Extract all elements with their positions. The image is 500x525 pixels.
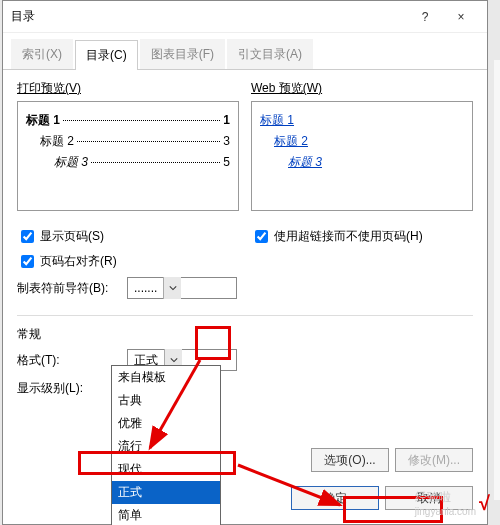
tab-cite[interactable]: 引文目录(A) bbox=[227, 39, 313, 69]
leader-combo[interactable]: ....... bbox=[127, 277, 237, 299]
opt-popular[interactable]: 流行 bbox=[112, 435, 220, 458]
web-preview-label: Web 预览(W) bbox=[251, 80, 473, 97]
opt-classic[interactable]: 古典 bbox=[112, 389, 220, 412]
general-title: 常规 bbox=[17, 326, 473, 343]
web-h1: 标题 1 bbox=[260, 113, 294, 127]
opt-formal[interactable]: 正式 bbox=[112, 481, 220, 504]
tab-index[interactable]: 索引(X) bbox=[11, 39, 73, 69]
align-right-checkbox[interactable]: 页码右对齐(R) bbox=[17, 252, 239, 271]
title-bar: 目录 ? × bbox=[3, 1, 487, 33]
help-button[interactable]: ? bbox=[407, 5, 443, 29]
web-h2: 标题 2 bbox=[274, 134, 308, 148]
dialog-title: 目录 bbox=[11, 8, 407, 25]
options-button[interactable]: 选项(O)... bbox=[311, 448, 389, 472]
tabs: 索引(X) 目录(C) 图表目录(F) 引文目录(A) bbox=[3, 33, 487, 70]
format-dropdown[interactable]: 来自模板 古典 优雅 流行 现代 正式 简单 bbox=[111, 365, 221, 525]
opt-elegant[interactable]: 优雅 bbox=[112, 412, 220, 435]
hyperlink-checkbox[interactable]: 使用超链接而不使用页码(H) bbox=[251, 227, 473, 246]
chevron-down-icon bbox=[163, 277, 181, 299]
modify-button[interactable]: 修改(M)... bbox=[395, 448, 473, 472]
watermark: 经验啦 jingyanla.com √ bbox=[415, 489, 490, 517]
print-preview: 标题 11 标题 23 标题 35 bbox=[17, 101, 239, 211]
web-preview: 标题 1 标题 2 标题 3 bbox=[251, 101, 473, 211]
toc-dialog: 目录 ? × 索引(X) 目录(C) 图表目录(F) 引文目录(A) 打印预览(… bbox=[2, 0, 488, 525]
tab-toc[interactable]: 目录(C) bbox=[75, 40, 138, 70]
close-button[interactable]: × bbox=[443, 5, 479, 29]
leader-label: 制表符前导符(B): bbox=[17, 280, 127, 297]
web-h3: 标题 3 bbox=[288, 155, 322, 169]
print-preview-label: 打印预览(V) bbox=[17, 80, 239, 97]
tab-fig[interactable]: 图表目录(F) bbox=[140, 39, 225, 69]
opt-template[interactable]: 来自模板 bbox=[112, 366, 220, 389]
show-page-checkbox[interactable]: 显示页码(S) bbox=[17, 227, 239, 246]
opt-modern[interactable]: 现代 bbox=[112, 458, 220, 481]
opt-simple[interactable]: 简单 bbox=[112, 504, 220, 525]
ok-button[interactable]: 确定 bbox=[291, 486, 379, 510]
